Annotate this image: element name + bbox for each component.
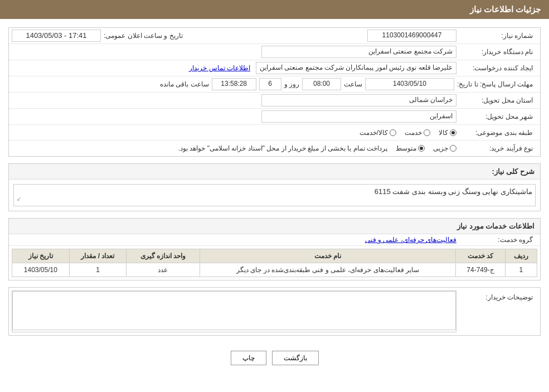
- category-kala-label: کالا: [439, 129, 448, 137]
- province-value: خراسان شمالی: [261, 94, 456, 107]
- category-kala-khedmat-radio[interactable]: [390, 129, 396, 136]
- deadline-date: 1403/05/10: [365, 78, 454, 90]
- announce-date-label: تاریخ و ساعت اعلان عمومی:: [104, 32, 187, 40]
- category-row: طبقه بندی موضوعی: کالا خدمت: [9, 125, 540, 141]
- buyer-notes-box: [12, 291, 456, 332]
- buyer-notes-label: توضیحات خریدار:: [459, 291, 537, 301]
- need-description-section: شرح کلی نیاز: ماشینکاری نهایی وسنگ زنی و…: [8, 163, 541, 211]
- category-khedmat-label: خدمت: [405, 129, 422, 137]
- category-kala-khedmat-option[interactable]: کالا/خدمت: [359, 129, 396, 137]
- col-header-unit: واحد اندازه گیری: [127, 249, 200, 263]
- services-section-title: اطلاعات خدمات مورد نیاز: [9, 219, 540, 234]
- services-section: اطلاعات خدمات مورد نیاز گروه خدمت: فعالی…: [8, 218, 541, 280]
- purchase-radio-group: جزیی متوسط: [396, 144, 456, 152]
- category-khedmat-option[interactable]: خدمت: [405, 129, 430, 137]
- need-number-value: 1103001469000447: [367, 30, 456, 42]
- requester-value-cell: علیرضا قلعه نوی رئیس امور پیمانکاران شرک…: [12, 62, 459, 74]
- need-number-label: شماره نیاز:: [459, 32, 537, 40]
- need-description-value: ماشینکاری نهایی وسنگ زنی وبسته بندی شفت …: [375, 187, 532, 196]
- buyer-name-label: نام دستگاه خریدار:: [459, 48, 537, 56]
- province-row: استان محل تحویل: خراسان شمالی: [9, 93, 540, 109]
- services-table: ردیف کد خدمت نام خدمت واحد اندازه گیری ت…: [12, 249, 537, 277]
- requester-value: علیرضا قلعه نوی رئیس امور پیمانکاران شرک…: [256, 62, 456, 74]
- purchase-type-label: نوع فرآیند خرید:: [459, 144, 537, 152]
- table-header-row: ردیف کد خدمت نام خدمت واحد اندازه گیری ت…: [12, 249, 537, 263]
- city-row: شهر محل تحویل: اسفراین: [9, 109, 540, 125]
- cell-name: سایر فعالیت‌های حرفه‌ای، علمی و فنی طبقه…: [200, 263, 456, 277]
- deadline-day-label: روز و: [284, 80, 299, 88]
- deadline-time: 08:00: [302, 78, 341, 90]
- need-number-row: شماره نیاز: 1103001469000447 تاریخ و ساع…: [9, 28, 540, 44]
- col-header-code: کد خدمت: [456, 249, 505, 263]
- contact-info-link[interactable]: اطلاعات تماس خریدار: [189, 64, 250, 72]
- city-value: اسفراین: [261, 110, 456, 123]
- category-kala-radio[interactable]: [450, 129, 456, 136]
- buyer-notes-section: توضیحات خریدار:: [8, 287, 541, 336]
- print-button[interactable]: چاپ: [231, 351, 266, 365]
- cell-quantity: 1: [69, 263, 127, 277]
- deadline-days: 6: [259, 78, 281, 90]
- announce-date-group: تاریخ و ساعت اعلان عمومی: 1403/05/03 - 1…: [12, 30, 187, 42]
- purchase-warning: پرداخت تمام یا بخشی از مبلغ خریدار از مح…: [178, 144, 387, 152]
- city-label: شهر محل تحویل:: [459, 113, 537, 120]
- services-table-wrapper: ردیف کد خدمت نام خدمت واحد اندازه گیری ت…: [9, 246, 540, 280]
- main-info-section: شماره نیاز: 1103001469000447 تاریخ و ساع…: [8, 27, 541, 157]
- action-buttons: بازگشت چاپ: [8, 342, 541, 374]
- deadline-remaining: 13:58:28: [212, 78, 256, 90]
- cell-row-num: 1: [505, 263, 537, 277]
- category-kala-khedmat-label: کالا/خدمت: [359, 129, 388, 137]
- category-kala-option[interactable]: کالا: [439, 129, 456, 137]
- requester-label: ایجاد کننده درخواست:: [459, 64, 537, 72]
- table-row: 1 ج-749-74 سایر فعالیت‌های حرفه‌ای، علمی…: [12, 263, 537, 277]
- page-header: جزئیات اطلاعات نیاز: [0, 0, 549, 19]
- col-header-quantity: تعداد / مقدار: [69, 249, 127, 263]
- buyer-name-row: نام دستگاه خریدار: شرکت مجتمع صنعتی اسفر…: [9, 44, 540, 60]
- cell-unit: عدد: [127, 263, 200, 277]
- deadline-label: مهلت ارسال پاسخ: تا تاریخ:: [457, 80, 537, 88]
- province-label: استان محل تحویل:: [459, 96, 537, 104]
- purchase-type-group: جزیی متوسط پرداخت تمام یا بخشی از مبلغ خ…: [12, 144, 456, 152]
- service-group-value[interactable]: فعالیت‌های حرفه‌ای، علمی و فنی: [365, 236, 456, 244]
- need-description-content: ماشینکاری نهایی وسنگ زنی وبسته بندی شفت …: [9, 180, 540, 211]
- purchase-jozee-option[interactable]: جزیی: [433, 144, 456, 152]
- purchase-motavasset-radio[interactable]: [418, 145, 425, 152]
- purchase-jozee-radio[interactable]: [450, 145, 456, 152]
- need-description-box: ماشینکاری نهایی وسنگ زنی وبسته بندی شفت …: [13, 184, 536, 206]
- deadline-time-label: ساعت: [344, 80, 362, 88]
- purchase-jozee-label: جزیی: [433, 144, 448, 152]
- buyer-name-value-cell: شرکت مجتمع صنعتی اسفراین: [12, 46, 459, 58]
- cell-code: ج-749-74: [456, 263, 505, 277]
- deadline-remaining-label: ساعت باقی مانده: [160, 80, 209, 88]
- service-group-row: گروه خدمت: فعالیت‌های حرفه‌ای، علمی و فن…: [9, 234, 540, 246]
- purchase-motavasset-option[interactable]: متوسط: [396, 144, 425, 152]
- service-group-label: گروه خدمت:: [459, 236, 537, 244]
- need-number-value-cell: 1103001469000447: [198, 30, 459, 42]
- buyer-name-value: شرکت مجتمع صنعتی اسفراین: [261, 46, 456, 58]
- col-header-date: تاریخ نیاز: [12, 249, 70, 263]
- announce-date-value: 1403/05/03 - 17:41: [12, 30, 101, 42]
- back-button[interactable]: بازگشت: [272, 351, 319, 365]
- page-title: جزئیات اطلاعات نیاز: [470, 4, 541, 14]
- purchase-type-row: نوع فرآیند خرید: جزیی متوسط: [9, 141, 540, 156]
- col-header-name: نام خدمت: [200, 249, 456, 263]
- col-header-row-num: ردیف: [505, 249, 537, 263]
- deadline-row: مهلت ارسال پاسخ: تا تاریخ: 1403/05/10 سا…: [9, 76, 540, 93]
- category-radio-group: کالا خدمت کالا/خدمت: [12, 129, 456, 137]
- deadline-group: 1403/05/10 ساعت 08:00 روز و 6 13:58:28 س…: [12, 78, 454, 90]
- purchase-motavasset-label: متوسط: [396, 144, 416, 152]
- category-khedmat-radio[interactable]: [424, 129, 430, 136]
- buyer-notes-textarea[interactable]: [12, 291, 456, 330]
- need-description-title: شرح کلی نیاز:: [9, 164, 540, 180]
- cell-date: 1403/05/10: [12, 263, 70, 277]
- requester-row: ایجاد کننده درخواست: علیرضا قلعه نوی رئی…: [9, 60, 540, 76]
- category-label: طبقه بندی موضوعی:: [459, 129, 537, 137]
- buyer-notes-row: توضیحات خریدار:: [9, 288, 540, 335]
